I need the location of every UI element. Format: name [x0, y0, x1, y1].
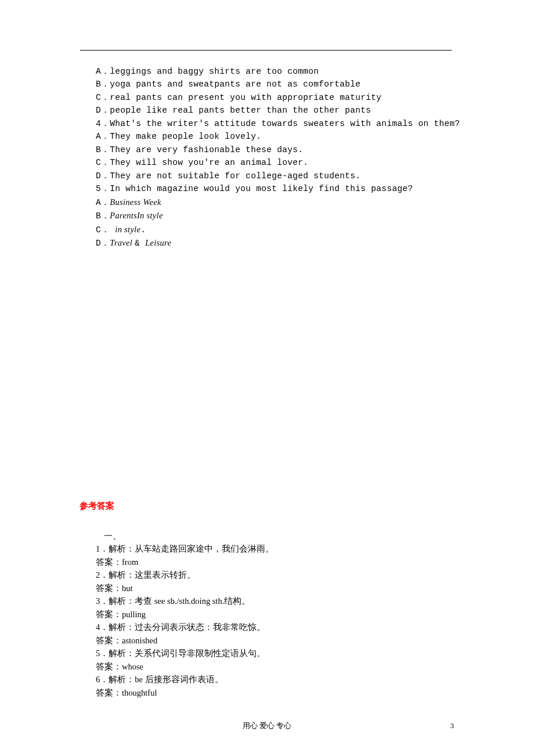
q4-stem: 4．What's the writer's attitude towards s…	[96, 117, 461, 130]
q5-option-a: A．Business Week	[96, 196, 461, 209]
magazine-title: Business Week	[110, 197, 161, 207]
option-prefix: D．	[96, 239, 110, 248]
answers-heading: 参考答案	[80, 499, 114, 513]
option-prefix: A．	[96, 198, 110, 207]
q4-option-b: B．They are very fashionable these days.	[96, 143, 461, 156]
answer-value: 答案：thoughtful	[96, 686, 456, 699]
magazine-title: Leisure	[145, 238, 171, 247]
q3-option-b: B．yoga pants and sweatpants are not as c…	[96, 78, 461, 91]
q3-option-c: C．real pants can present you with approp…	[96, 91, 461, 104]
ampersand: &	[135, 239, 145, 248]
magazine-title: ParentsIn style	[110, 211, 163, 220]
answer-explanation: 2．解析：这里表示转折。	[96, 568, 456, 581]
answers-section-label: 一、	[96, 530, 456, 542]
answers-block: 一、 1．解析：从车站走路回家途中，我们会淋雨。 答案：from 2．解析：这里…	[96, 530, 456, 699]
q5-option-d: D．Travel & Leisure	[96, 236, 461, 250]
answer-explanation: 3．解析：考查 see sb./sth.doing sth.结构。	[96, 595, 456, 607]
q4-option-a: A．They make people look lovely.	[96, 130, 461, 143]
answer-value: 答案：astonished	[96, 634, 456, 647]
document-page: A．leggings and baggy shirts are too comm…	[0, 0, 534, 756]
q5-option-b: B．ParentsIn style	[96, 209, 461, 222]
q3-option-d: D．people like real pants better than the…	[96, 104, 461, 117]
q4-option-c: C．They will show you're an animal lover.	[96, 156, 461, 169]
footer-text: 用心 爱心 专心	[0, 720, 534, 732]
q5-stem: 5．In which magazine would you most likel…	[96, 182, 461, 195]
q4-option-d: D．They are not suitable for college-aged…	[96, 170, 461, 182]
punct: .	[140, 225, 146, 235]
answer-value: 答案：but	[96, 582, 456, 595]
page-number: 3	[450, 720, 454, 732]
magazine-title: in style	[115, 225, 140, 234]
answer-explanation: 1．解析：从车站走路回家途中，我们会淋雨。	[96, 542, 456, 555]
answer-value: 答案：from	[96, 556, 456, 568]
questions-block: A．leggings and baggy shirts are too comm…	[96, 65, 461, 250]
answer-explanation: 6．解析：be 后接形容词作表语。	[96, 673, 456, 686]
answer-explanation: 5．解析：关系代词引导非限制性定语从句。	[96, 647, 456, 660]
header-rule	[80, 50, 452, 51]
magazine-title: Travel	[110, 238, 135, 247]
option-prefix: B．	[96, 211, 110, 221]
answer-explanation: 4．解析：过去分词表示状态：我非常吃惊。	[96, 621, 456, 633]
answer-value: 答案：whose	[96, 660, 456, 673]
answer-value: 答案：pulling	[96, 608, 456, 621]
q5-option-c: C． in style.	[96, 223, 461, 236]
option-prefix: C．	[96, 225, 115, 235]
q3-option-a: A．leggings and baggy shirts are too comm…	[96, 65, 461, 78]
